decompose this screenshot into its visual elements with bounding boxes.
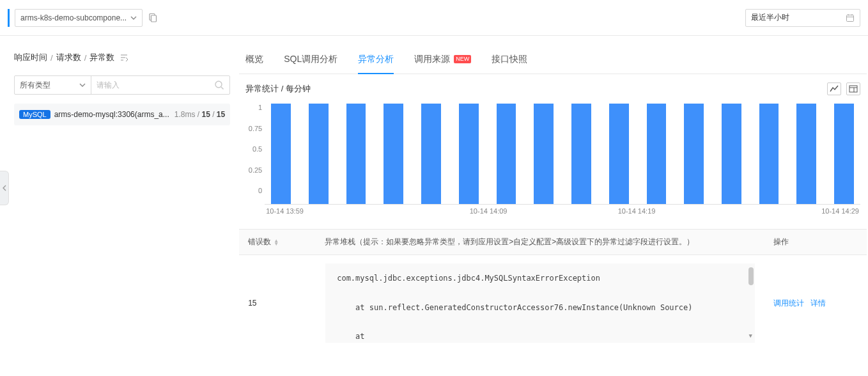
- chart-bar: [384, 104, 403, 204]
- tab-snapshot[interactable]: 接口快照: [492, 46, 527, 74]
- time-range-text: 最近半小时: [751, 12, 789, 23]
- exception-chart: 10.750.50.250 10-14 13:5910-14 14:0910-1…: [239, 104, 867, 225]
- chart-bar: [722, 104, 741, 204]
- app-select[interactable]: arms-k8s-demo-subcompone...: [15, 9, 143, 27]
- chevron-down-icon: [79, 82, 86, 88]
- sort-arrows-icon: ▲▼: [274, 239, 279, 246]
- main-panel: 概览 SQL调用分析 异常分析 调用来源NEW 接口快照 异常统计 / 每分钟 …: [239, 46, 868, 376]
- chart-mode-table-icon[interactable]: [846, 82, 860, 95]
- chart-mode-line-icon[interactable]: [827, 82, 841, 95]
- chart-bar: [271, 104, 291, 204]
- chart-bar: [309, 104, 329, 204]
- separator: /: [84, 53, 87, 63]
- chart-bar: [421, 104, 441, 204]
- sort-tab-response-time[interactable]: 响应时间: [14, 52, 47, 63]
- chevron-down-icon: [130, 15, 137, 21]
- copy-icon[interactable]: [148, 13, 158, 23]
- col-stack: 异常堆栈（提示：如果要忽略异常类型，请到应用设置>自定义配置>高级设置下的异常过…: [316, 230, 764, 255]
- new-badge: NEW: [454, 55, 471, 63]
- tab-overview[interactable]: 概览: [245, 46, 263, 74]
- db-list-item[interactable]: MySQL arms-demo-mysql:3306(arms_a... 1.8…: [14, 104, 230, 125]
- svg-rect-11: [849, 86, 857, 92]
- app-select-text: arms-k8s-demo-subcompone...: [20, 13, 127, 22]
- type-select-text: 所有类型: [20, 80, 50, 91]
- type-select[interactable]: 所有类型: [15, 76, 91, 94]
- chevron-left-icon: [3, 185, 6, 191]
- db-item-text: arms-demo-mysql:3306(arms_a...: [54, 110, 169, 119]
- separator: /: [50, 53, 53, 63]
- scroll-caret-icon: ▼: [749, 331, 752, 341]
- calendar-icon: [846, 13, 855, 22]
- svg-point-9: [215, 81, 222, 88]
- chart-bar: [796, 104, 816, 204]
- app-accent-bar: [8, 9, 10, 27]
- sort-tab-exceptions[interactable]: 异常数: [89, 52, 114, 63]
- db-item-metrics: 1.8ms / 15 / 15: [174, 110, 225, 119]
- search-input[interactable]: [97, 81, 210, 90]
- sort-settings-icon[interactable]: [120, 54, 128, 61]
- db-type-badge: MySQL: [19, 110, 50, 119]
- sidebar-filter: 所有类型: [14, 75, 230, 95]
- chart-bar: [609, 104, 629, 204]
- svg-rect-2: [847, 15, 854, 21]
- search-icon[interactable]: [214, 80, 224, 90]
- sidebar-collapse-handle[interactable]: [0, 171, 9, 205]
- top-bar: arms-k8s-demo-subcompone... 最近半小时: [0, 0, 868, 36]
- cell-error-count: 15: [239, 255, 316, 351]
- svg-line-10: [221, 87, 224, 90]
- sort-tab-requests[interactable]: 请求数: [56, 52, 81, 63]
- sidebar: 响应时间 / 请求数 / 异常数 所有类型 MySQL arms-demo-my…: [0, 46, 239, 376]
- link-call-stats[interactable]: 调用统计: [773, 298, 804, 309]
- exception-table: 错误数 ▲▼ 异常堆栈（提示：如果要忽略异常类型，请到应用设置>自定义配置>高级…: [239, 229, 867, 351]
- chart-bar: [346, 104, 366, 204]
- time-range-select[interactable]: 最近半小时: [745, 9, 860, 27]
- tab-call-source[interactable]: 调用来源NEW: [414, 46, 471, 74]
- main-tabs: 概览 SQL调用分析 异常分析 调用来源NEW 接口快照: [239, 46, 867, 74]
- chart-title: 异常统计 / 每分钟: [245, 83, 311, 95]
- svg-rect-1: [151, 15, 157, 22]
- link-details[interactable]: 详情: [810, 298, 826, 309]
- chart-bar: [647, 104, 667, 204]
- chart-bars: [265, 104, 860, 204]
- chart-bar: [497, 104, 516, 204]
- stack-trace-box[interactable]: com.mysql.jdbc.exceptions.jdbc4.MySQLSyn…: [325, 263, 756, 343]
- chart-bar: [834, 104, 854, 204]
- col-error-count[interactable]: 错误数 ▲▼: [239, 230, 316, 255]
- chart-bar: [571, 104, 591, 204]
- chart-bar: [459, 104, 479, 204]
- tab-sql-analysis[interactable]: SQL调用分析: [284, 46, 337, 74]
- tab-exception-analysis[interactable]: 异常分析: [358, 46, 394, 74]
- chart-bar: [534, 104, 554, 204]
- sidebar-sort-tabs: 响应时间 / 请求数 / 异常数: [14, 46, 230, 69]
- chart-y-axis: 10.750.50.250: [243, 104, 265, 205]
- chart-bar: [684, 104, 704, 204]
- chart-x-axis: 10-14 13:5910-14 14:0910-14 14:1910-14 1…: [265, 205, 860, 225]
- cell-actions: 调用统计 详情: [764, 255, 867, 351]
- stack-trace-text: com.mysql.jdbc.exceptions.jdbc4.MySQLSyn…: [337, 274, 743, 343]
- chart-header: 异常统计 / 每分钟: [239, 74, 867, 104]
- col-actions: 操作: [764, 230, 867, 255]
- chart-bar: [759, 104, 779, 204]
- scrollbar-thumb[interactable]: [748, 267, 754, 285]
